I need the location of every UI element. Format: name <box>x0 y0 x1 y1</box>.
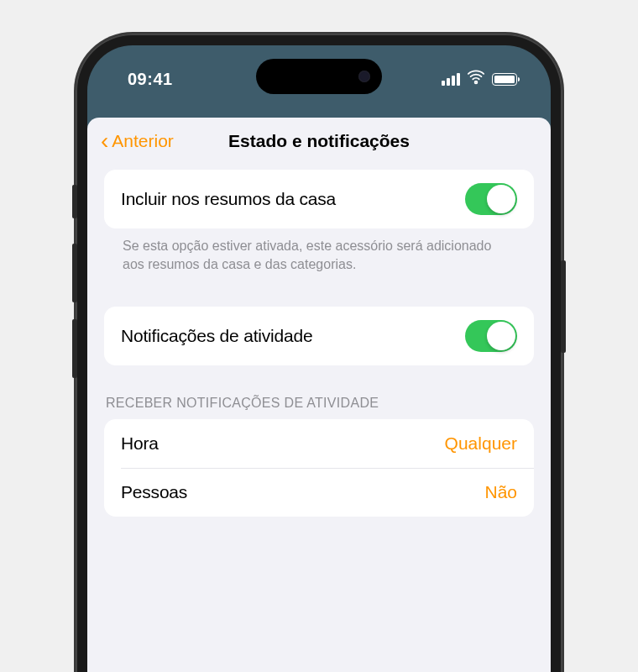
people-row[interactable]: Pessoas Não <box>121 468 534 517</box>
receive-section-header: RECEBER NOTIFICAÇÕES DE ATIVIDADE <box>87 372 551 419</box>
power-button <box>561 260 566 353</box>
battery-icon <box>492 73 517 86</box>
include-summary-row: Incluir nos resumos da casa <box>104 170 534 228</box>
time-row[interactable]: Hora Qualquer <box>104 419 534 468</box>
silence-switch <box>72 185 77 218</box>
people-label: Pessoas <box>121 482 187 502</box>
phone-frame: 09:41 ‹ Anterior Estado e notificaç <box>76 34 562 672</box>
back-button[interactable]: ‹ Anterior <box>101 129 174 153</box>
time-label: Hora <box>121 433 159 454</box>
status-icons <box>442 68 517 91</box>
include-summary-section: Incluir nos resumos da casa Se esta opçã… <box>87 170 551 300</box>
volume-down-button <box>72 319 77 378</box>
toggle-knob <box>487 185 515 213</box>
include-summary-footer: Se esta opção estiver ativada, este aces… <box>104 228 534 300</box>
include-summary-label: Incluir nos resumos da casa <box>121 189 336 209</box>
chevron-left-icon: ‹ <box>101 129 108 153</box>
navigation-bar: ‹ Anterior Estado e notificações <box>87 118 551 170</box>
toggle-knob <box>487 322 515 350</box>
activity-notifications-section: Notificações de atividade <box>87 307 551 365</box>
screen: 09:41 ‹ Anterior Estado e notificaç <box>87 45 551 672</box>
activity-notifications-toggle[interactable] <box>465 320 517 352</box>
receive-section: Hora Qualquer Pessoas Não <box>87 419 551 517</box>
page-title: Estado e notificações <box>228 131 410 151</box>
wifi-icon <box>467 68 485 91</box>
volume-up-button <box>72 244 77 302</box>
cellular-signal-icon <box>442 73 460 86</box>
settings-content: ‹ Anterior Estado e notificações Incluir… <box>87 118 551 672</box>
time-value: Qualquer <box>445 433 517 454</box>
status-time: 09:41 <box>128 70 173 89</box>
activity-notifications-label: Notificações de atividade <box>121 326 312 346</box>
back-label: Anterior <box>112 131 174 151</box>
front-camera <box>358 71 370 82</box>
people-value: Não <box>484 482 517 502</box>
include-summary-toggle[interactable] <box>465 183 517 215</box>
dynamic-island <box>256 59 382 94</box>
activity-notifications-row: Notificações de atividade <box>104 307 534 365</box>
